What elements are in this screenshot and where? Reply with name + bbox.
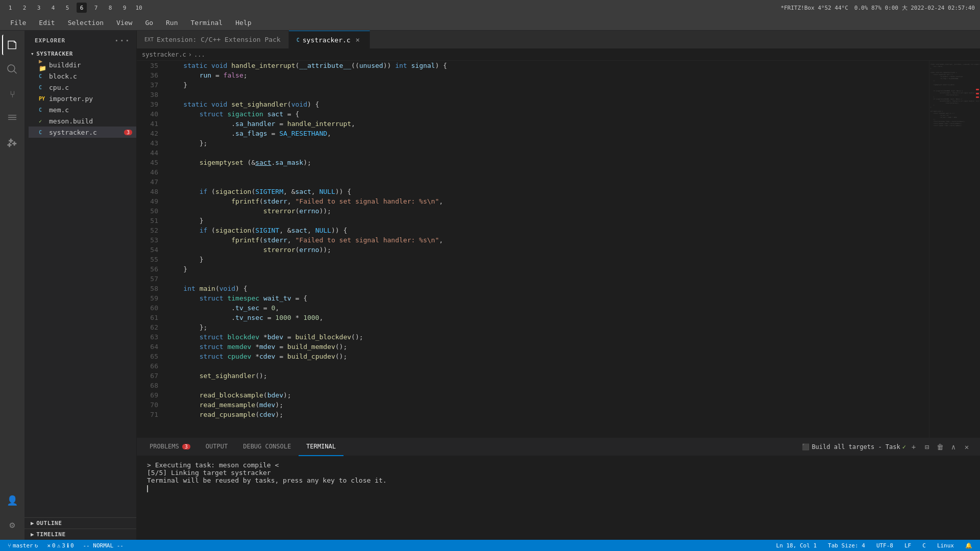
file-name-block-c: block.c (49, 72, 77, 80)
menu-terminal[interactable]: Terminal (186, 17, 228, 29)
breadcrumb-dots: ... (194, 51, 205, 58)
build-task-label: ⬛ Build all targets - Task ✓ (802, 443, 906, 450)
sidebar-item-block-c[interactable]: C block.c (29, 70, 136, 82)
tab-terminal[interactable]: TERMINAL (299, 438, 344, 456)
file-name-meson-build: meson.build (49, 117, 93, 125)
tab-ext-icon: EXT (144, 37, 154, 42)
sidebar-section-outline[interactable]: ▶ OUTLINE (24, 517, 136, 529)
tab-3[interactable]: 3 (34, 3, 44, 13)
tab-5[interactable]: 5 (62, 3, 72, 13)
error-count[interactable]: ✕ 0 ⚠ 3 ℹ 0 (44, 540, 76, 551)
cursor-position[interactable]: Ln 18, Col 1 (774, 540, 819, 551)
file-name-cpu-c: cpu.c (49, 84, 69, 91)
sidebar-header: Explorer ··· (24, 31, 136, 48)
feedback-icon[interactable]: 🔔 (963, 540, 975, 551)
sidebar-item-systracker-c[interactable]: C systracker.c 3 (29, 127, 136, 138)
code-content[interactable]: static void handle_interrupt(__attribute… (162, 61, 929, 438)
terminal-content[interactable]: > Executing task: meson compile < [5/5] … (137, 456, 980, 540)
terminal-cursor (147, 485, 148, 492)
tab-4[interactable]: 4 (48, 3, 58, 13)
search-icon[interactable] (2, 59, 22, 80)
minimap-error-3 (976, 96, 979, 98)
error-icon: ✕ (47, 542, 51, 549)
branch-icon: ⑂ (8, 542, 11, 549)
right-info: 0.0% 87% 0:00 大 2022-02-24 02:57:40 (854, 4, 975, 12)
terminal-label: TERMINAL (306, 443, 336, 450)
git-branch[interactable]: ⑂ master ↻ (5, 540, 40, 551)
sidebar-item-importer-py[interactable]: PY importer.py (29, 93, 136, 104)
problems-label: PROBLEMS (150, 443, 179, 450)
add-terminal-button[interactable]: + (908, 441, 919, 453)
status-right: Ln 18, Col 1 Tab Size: 4 UTF-8 LF C Linu… (774, 540, 975, 551)
status-left: ⑂ master ↻ ✕ 0 ⚠ 3 ℹ 0 -- NORMAL -- (5, 540, 126, 551)
code-editor[interactable]: 3536373839 4041424344 4546474849 5051525… (137, 61, 980, 438)
maximize-panel-button[interactable]: ∧ (948, 441, 959, 453)
extensions-icon[interactable] (2, 133, 22, 153)
menu-selection[interactable]: Selection (63, 17, 109, 29)
settings-icon[interactable]: ⚙ (2, 514, 22, 535)
terminal-line-3: [5/5] Linking target systracker (147, 469, 970, 477)
sidebar-item-mem-c[interactable]: C mem.c (29, 104, 136, 115)
breadcrumb-file: systracker.c (142, 51, 186, 58)
menu-help[interactable]: Help (230, 17, 256, 29)
file-tree: ▶ 📁 builddir C block.c C cpu.c PY import… (24, 59, 136, 138)
c-file-icon-2: C (39, 85, 47, 90)
menu-view[interactable]: View (111, 17, 137, 29)
tab-6[interactable]: 6 (77, 3, 87, 13)
source-control-icon[interactable]: ⑂ (2, 84, 22, 104)
tab-8[interactable]: 8 (105, 3, 115, 13)
editor-tab-bar: EXT Extension: C/C++ Extension Pack C sy… (137, 31, 980, 48)
tab-1[interactable]: 1 (5, 3, 15, 13)
status-bar: ⑂ master ↻ ✕ 0 ⚠ 3 ℹ 0 -- NORMAL -- Ln 1… (0, 540, 980, 551)
debug-icon[interactable] (2, 108, 22, 129)
sidebar: Explorer ··· ▾ SYSTRACKER ▶ 📁 builddir C… (24, 31, 137, 540)
tab-systracker-c[interactable]: C systracker.c × (289, 31, 370, 48)
tab-size[interactable]: Tab Size: 4 (825, 540, 868, 551)
tab-close-button[interactable]: × (354, 36, 362, 44)
terminal-line-1: > Executing task: meson compile < (147, 461, 970, 469)
activity-bar-bottom: 👤 ⚙ (2, 490, 22, 540)
panel-area: PROBLEMS 3 OUTPUT DEBUG CONSOLE TERMINAL (137, 438, 980, 540)
sidebar-bottom: ▶ OUTLINE ▶ TIMELINE (24, 517, 136, 540)
menu-run[interactable]: Run (161, 17, 183, 29)
tab-debug-console[interactable]: DEBUG CONSOLE (235, 438, 299, 456)
sidebar-item-meson-build[interactable]: ✓ meson.build (29, 115, 136, 127)
explorer-icon[interactable] (2, 35, 22, 55)
encoding[interactable]: UTF-8 (874, 540, 896, 551)
account-icon[interactable]: 👤 (2, 490, 22, 510)
c-file-icon-4: C (39, 130, 47, 135)
line-ending[interactable]: LF (902, 540, 914, 551)
tab-ext-label: Extension: C/C++ Extension Pack (157, 36, 281, 43)
tab-output[interactable]: OUTPUT (198, 438, 235, 456)
tab-problems[interactable]: PROBLEMS 3 (142, 438, 198, 456)
panel-right-controls: ⬛ Build all targets - Task ✓ + ⊟ 🗑 ∧ ✕ (802, 441, 975, 453)
sync-icon: ↻ (35, 542, 38, 549)
info-num: 0 (70, 542, 74, 549)
menu-go[interactable]: Go (140, 17, 158, 29)
py-file-icon: PY (39, 96, 47, 102)
menu-file[interactable]: File (5, 17, 31, 29)
tab-2[interactable]: 2 (19, 3, 30, 13)
sidebar-more-button[interactable]: ··· (114, 36, 130, 45)
minimap-content: static void handle_interrupt(__attribute… (929, 61, 980, 130)
split-terminal-button[interactable]: ⊟ (921, 441, 933, 453)
menu-edit[interactable]: Edit (34, 17, 60, 29)
tab-7[interactable]: 7 (91, 3, 101, 13)
warning-num: 3 (62, 542, 65, 549)
panel-tabs-row: PROBLEMS 3 OUTPUT DEBUG CONSOLE TERMINAL (142, 438, 975, 456)
language-mode[interactable]: C (920, 540, 928, 551)
title-bar: 1 2 3 4 5 6 7 8 9 10 *FRITZ!Box 4°52 44°… (0, 0, 980, 15)
terminal-cursor-line (147, 484, 970, 492)
tab-10[interactable]: 10 (134, 3, 144, 13)
sidebar-item-cpu-c[interactable]: C cpu.c (29, 82, 136, 93)
sidebar-item-builddir[interactable]: ▶ 📁 builddir (29, 59, 136, 70)
tab-9[interactable]: 9 (119, 3, 130, 13)
systracker-error-badge: 3 (124, 130, 132, 135)
editor-area: EXT Extension: C/C++ Extension Pack C sy… (137, 31, 980, 540)
tab-extension-pack[interactable]: EXT Extension: C/C++ Extension Pack (137, 31, 289, 48)
close-panel-button[interactable]: ✕ (961, 441, 972, 453)
c-file-icon-3: C (39, 107, 47, 113)
sidebar-section-timeline[interactable]: ▶ TIMELINE (24, 529, 136, 540)
trash-terminal-button[interactable]: 🗑 (935, 441, 946, 453)
error-num: 0 (52, 542, 56, 549)
